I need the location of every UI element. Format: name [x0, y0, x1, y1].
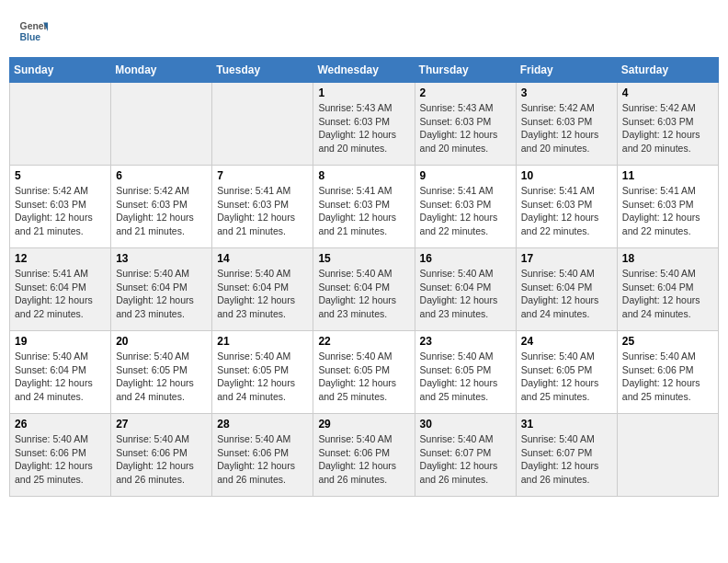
column-header-tuesday: Tuesday: [212, 58, 313, 83]
day-number: 8: [318, 169, 409, 182]
day-info: Sunrise: 5:41 AMSunset: 6:03 PMDaylight:…: [521, 184, 612, 238]
day-number: 6: [116, 169, 207, 182]
day-number: 18: [622, 252, 713, 265]
calendar-cell: [212, 83, 313, 166]
day-number: 7: [217, 169, 308, 182]
page-header: General Blue: [9, 9, 719, 50]
day-number: 14: [217, 252, 308, 265]
calendar-cell: 4Sunrise: 5:42 AMSunset: 6:03 PMDaylight…: [617, 83, 718, 166]
day-info: Sunrise: 5:42 AMSunset: 6:03 PMDaylight:…: [622, 101, 713, 155]
column-header-wednesday: Wednesday: [313, 58, 415, 83]
day-info: Sunrise: 5:40 AMSunset: 6:04 PMDaylight:…: [116, 267, 207, 321]
calendar-week-row: 26Sunrise: 5:40 AMSunset: 6:06 PMDayligh…: [10, 414, 719, 497]
calendar-cell: 6Sunrise: 5:42 AMSunset: 6:03 PMDaylight…: [111, 166, 212, 248]
calendar-cell: 14Sunrise: 5:40 AMSunset: 6:04 PMDayligh…: [212, 248, 313, 331]
day-info: Sunrise: 5:41 AMSunset: 6:03 PMDaylight:…: [622, 184, 713, 238]
day-number: 17: [521, 252, 612, 265]
logo-icon: General Blue: [18, 17, 48, 46]
day-number: 26: [15, 418, 106, 431]
day-number: 13: [116, 252, 207, 265]
calendar-cell: 13Sunrise: 5:40 AMSunset: 6:04 PMDayligh…: [111, 248, 212, 331]
calendar-cell: 25Sunrise: 5:40 AMSunset: 6:06 PMDayligh…: [617, 331, 718, 414]
day-number: 9: [420, 169, 511, 182]
day-info: Sunrise: 5:40 AMSunset: 6:04 PMDaylight:…: [15, 350, 106, 404]
calendar-cell: [617, 414, 718, 497]
day-info: Sunrise: 5:42 AMSunset: 6:03 PMDaylight:…: [521, 101, 612, 155]
day-number: 25: [622, 335, 713, 348]
day-info: Sunrise: 5:41 AMSunset: 6:03 PMDaylight:…: [318, 184, 409, 238]
calendar-cell: [10, 83, 111, 166]
calendar-cell: 10Sunrise: 5:41 AMSunset: 6:03 PMDayligh…: [516, 166, 617, 248]
day-info: Sunrise: 5:40 AMSunset: 6:04 PMDaylight:…: [622, 267, 713, 321]
day-info: Sunrise: 5:40 AMSunset: 6:06 PMDaylight:…: [116, 432, 207, 487]
column-header-saturday: Saturday: [617, 58, 718, 83]
day-info: Sunrise: 5:40 AMSunset: 6:06 PMDaylight:…: [217, 432, 308, 487]
calendar-cell: 18Sunrise: 5:40 AMSunset: 6:04 PMDayligh…: [617, 248, 718, 331]
calendar-cell: 24Sunrise: 5:40 AMSunset: 6:05 PMDayligh…: [516, 331, 617, 414]
calendar-cell: 17Sunrise: 5:40 AMSunset: 6:04 PMDayligh…: [516, 248, 617, 331]
day-number: 30: [420, 418, 511, 431]
calendar-cell: 31Sunrise: 5:40 AMSunset: 6:07 PMDayligh…: [516, 414, 617, 497]
day-number: 28: [217, 418, 308, 431]
day-number: 23: [420, 335, 511, 348]
calendar-cell: 27Sunrise: 5:40 AMSunset: 6:06 PMDayligh…: [111, 414, 212, 497]
day-info: Sunrise: 5:41 AMSunset: 6:03 PMDaylight:…: [420, 184, 511, 238]
calendar-cell: 15Sunrise: 5:40 AMSunset: 6:04 PMDayligh…: [313, 248, 415, 331]
day-info: Sunrise: 5:40 AMSunset: 6:05 PMDaylight:…: [318, 350, 409, 404]
day-number: 2: [420, 86, 511, 99]
day-info: Sunrise: 5:40 AMSunset: 6:06 PMDaylight:…: [622, 350, 713, 404]
day-number: 12: [15, 252, 106, 265]
calendar-cell: 30Sunrise: 5:40 AMSunset: 6:07 PMDayligh…: [415, 414, 516, 497]
day-info: Sunrise: 5:42 AMSunset: 6:03 PMDaylight:…: [15, 184, 106, 238]
day-number: 20: [116, 335, 207, 348]
column-header-sunday: Sunday: [10, 58, 111, 83]
day-number: 31: [521, 418, 612, 431]
calendar-cell: 20Sunrise: 5:40 AMSunset: 6:05 PMDayligh…: [111, 331, 212, 414]
calendar-cell: 11Sunrise: 5:41 AMSunset: 6:03 PMDayligh…: [617, 166, 718, 248]
day-info: Sunrise: 5:41 AMSunset: 6:04 PMDaylight:…: [15, 267, 106, 321]
day-number: 22: [318, 335, 409, 348]
day-number: 16: [420, 252, 511, 265]
day-info: Sunrise: 5:43 AMSunset: 6:03 PMDaylight:…: [318, 101, 409, 155]
calendar-table: SundayMondayTuesdayWednesdayThursdayFrid…: [9, 57, 719, 497]
calendar-cell: 7Sunrise: 5:41 AMSunset: 6:03 PMDaylight…: [212, 166, 313, 248]
calendar-cell: 21Sunrise: 5:40 AMSunset: 6:05 PMDayligh…: [212, 331, 313, 414]
day-number: 21: [217, 335, 308, 348]
calendar-cell: 26Sunrise: 5:40 AMSunset: 6:06 PMDayligh…: [10, 414, 111, 497]
calendar-cell: 9Sunrise: 5:41 AMSunset: 6:03 PMDaylight…: [415, 166, 516, 248]
svg-text:Blue: Blue: [20, 32, 41, 42]
calendar-cell: 5Sunrise: 5:42 AMSunset: 6:03 PMDaylight…: [10, 166, 111, 248]
day-info: Sunrise: 5:41 AMSunset: 6:03 PMDaylight:…: [217, 184, 308, 238]
calendar-cell: 16Sunrise: 5:40 AMSunset: 6:04 PMDayligh…: [415, 248, 516, 331]
day-number: 19: [15, 335, 106, 348]
calendar-cell: 3Sunrise: 5:42 AMSunset: 6:03 PMDaylight…: [516, 83, 617, 166]
day-number: 15: [318, 252, 409, 265]
day-info: Sunrise: 5:40 AMSunset: 6:05 PMDaylight:…: [116, 350, 207, 404]
day-info: Sunrise: 5:40 AMSunset: 6:05 PMDaylight:…: [420, 350, 511, 404]
column-header-thursday: Thursday: [415, 58, 516, 83]
calendar-cell: 22Sunrise: 5:40 AMSunset: 6:05 PMDayligh…: [313, 331, 415, 414]
day-number: 27: [116, 418, 207, 431]
column-header-friday: Friday: [516, 58, 617, 83]
day-number: 3: [521, 86, 612, 99]
calendar-week-row: 12Sunrise: 5:41 AMSunset: 6:04 PMDayligh…: [10, 248, 719, 331]
logo: General Blue: [18, 17, 51, 46]
calendar-cell: 2Sunrise: 5:43 AMSunset: 6:03 PMDaylight…: [415, 83, 516, 166]
day-info: Sunrise: 5:40 AMSunset: 6:06 PMDaylight:…: [318, 432, 409, 487]
calendar-cell: 29Sunrise: 5:40 AMSunset: 6:06 PMDayligh…: [313, 414, 415, 497]
day-info: Sunrise: 5:43 AMSunset: 6:03 PMDaylight:…: [420, 101, 511, 155]
calendar-cell: 28Sunrise: 5:40 AMSunset: 6:06 PMDayligh…: [212, 414, 313, 497]
calendar-cell: [111, 83, 212, 166]
day-number: 4: [622, 86, 713, 99]
day-info: Sunrise: 5:40 AMSunset: 6:07 PMDaylight:…: [521, 432, 612, 487]
day-number: 29: [318, 418, 409, 431]
column-header-monday: Monday: [111, 58, 212, 83]
calendar-cell: 8Sunrise: 5:41 AMSunset: 6:03 PMDaylight…: [313, 166, 415, 248]
calendar-cell: 12Sunrise: 5:41 AMSunset: 6:04 PMDayligh…: [10, 248, 111, 331]
day-info: Sunrise: 5:40 AMSunset: 6:04 PMDaylight:…: [318, 267, 409, 321]
day-info: Sunrise: 5:40 AMSunset: 6:04 PMDaylight:…: [521, 267, 612, 321]
calendar-cell: 23Sunrise: 5:40 AMSunset: 6:05 PMDayligh…: [415, 331, 516, 414]
calendar-header-row: SundayMondayTuesdayWednesdayThursdayFrid…: [10, 58, 719, 83]
calendar-cell: 1Sunrise: 5:43 AMSunset: 6:03 PMDaylight…: [313, 83, 415, 166]
day-info: Sunrise: 5:40 AMSunset: 6:06 PMDaylight:…: [15, 432, 106, 487]
